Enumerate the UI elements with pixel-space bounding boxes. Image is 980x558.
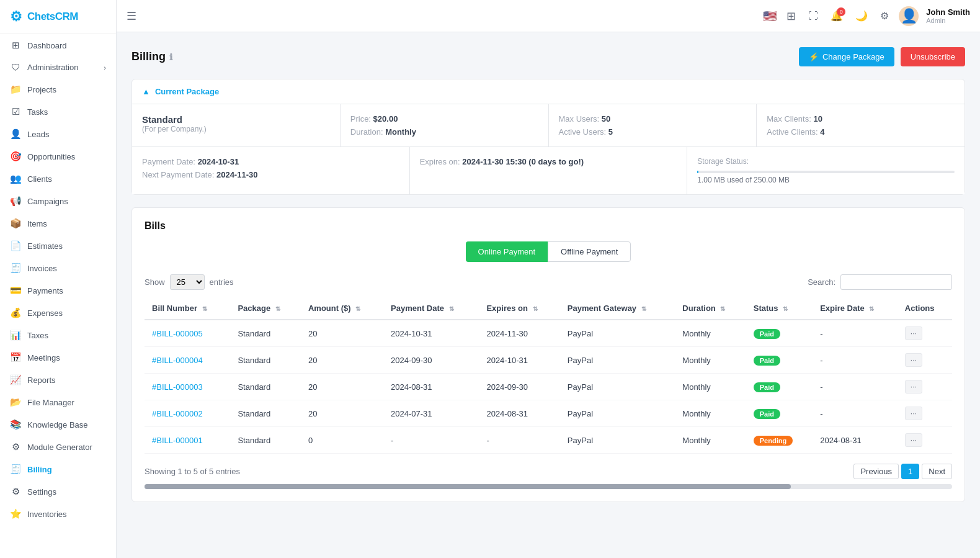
sidebar-item-dashboard[interactable]: ⊞ Dashboard xyxy=(0,34,116,56)
sidebar-icon-clients: 👥 xyxy=(10,173,21,184)
table-header-row: Bill Number ⇅ Package ⇅ Amount ($) ⇅ Pay… xyxy=(145,297,952,320)
bill-number-link[interactable]: #BILL-000005 xyxy=(152,329,203,338)
col-amount[interactable]: Amount ($) ⇅ xyxy=(301,297,383,320)
status-badge: Pending xyxy=(754,436,793,446)
sidebar-label-clients: Clients xyxy=(27,174,52,184)
sidebar-label-estimates: Estimates xyxy=(27,241,63,251)
sidebar-item-meetings[interactable]: 📅 Meetings xyxy=(0,346,116,369)
col-expires-on[interactable]: Expires on ⇅ xyxy=(479,297,559,320)
hamburger-icon[interactable]: ☰ xyxy=(127,9,136,23)
next-button[interactable]: Next xyxy=(922,464,952,479)
sidebar-item-administration[interactable]: 🛡 Administration › xyxy=(0,56,116,78)
settings-icon[interactable]: ⚙ xyxy=(878,7,891,24)
col-package[interactable]: Package ⇅ xyxy=(230,297,301,320)
package-name: Standard xyxy=(142,114,330,125)
sidebar-item-invoices[interactable]: 🧾 Invoices xyxy=(0,257,116,279)
sidebar-icon-inventories: ⭐ xyxy=(10,508,21,520)
sidebar-item-estimates[interactable]: 📄 Estimates xyxy=(0,235,116,257)
status-badge: Paid xyxy=(754,382,780,392)
expires-on-cell: 2024-11-30 xyxy=(479,320,559,347)
sidebar-item-knowledge-base[interactable]: 📚 Knowledge Base xyxy=(0,413,116,436)
sidebar-item-projects[interactable]: 📁 Projects xyxy=(0,78,116,101)
sidebar-item-expenses[interactable]: 💰 Expenses xyxy=(0,302,116,324)
collapse-icon: ▲ xyxy=(142,87,150,96)
info-icon[interactable]: ℹ xyxy=(169,52,172,62)
bill-number-link[interactable]: #BILL-000001 xyxy=(152,436,203,445)
table-scroll: Bill Number ⇅ Package ⇅ Amount ($) ⇅ Pay… xyxy=(145,297,952,454)
sidebar-item-tasks[interactable]: ☑ Tasks xyxy=(0,101,116,123)
notification-icon[interactable]: 🔔 0 xyxy=(828,7,845,24)
sidebar-icon-opportunities: 🎯 xyxy=(10,151,21,162)
header-actions: ⚡ Change Package Unsubscribe xyxy=(799,47,965,66)
action-button[interactable]: ··· xyxy=(905,433,922,447)
status-cell: Paid xyxy=(746,320,813,347)
sidebar-label-billing: Billing xyxy=(27,465,52,474)
col-payment-date[interactable]: Payment Date ⇅ xyxy=(383,297,479,320)
grid-icon[interactable]: ⊞ xyxy=(784,7,798,25)
online-payment-button[interactable]: Online Payment xyxy=(466,241,548,262)
next-payment-value: 2024-11-30 xyxy=(216,170,258,179)
sidebar-item-items[interactable]: 📦 Items xyxy=(0,212,116,235)
current-package-header[interactable]: ▲ Current Package xyxy=(132,79,964,104)
prev-button[interactable]: Previous xyxy=(853,464,899,479)
change-package-icon: ⚡ xyxy=(809,52,819,61)
sidebar: ⚙ ChetsCRM ⊞ Dashboard 🛡 Administration … xyxy=(0,0,117,558)
bill-number-link[interactable]: #BILL-000002 xyxy=(152,409,203,418)
package-cell: Standard xyxy=(230,347,301,374)
sidebar-item-payments[interactable]: 💳 Payments xyxy=(0,279,116,302)
action-button[interactable]: ··· xyxy=(905,326,922,340)
unsubscribe-button[interactable]: Unsubscribe xyxy=(901,47,965,66)
fullscreen-icon[interactable]: ⛶ xyxy=(806,8,821,24)
sidebar-item-taxes[interactable]: 📊 Taxes xyxy=(0,324,116,346)
sidebar-item-leads[interactable]: 👤 Leads xyxy=(0,123,116,145)
sidebar-item-inventories[interactable]: ⭐ Inventories xyxy=(0,503,116,525)
col-duration[interactable]: Duration ⇅ xyxy=(675,297,746,320)
sidebar-item-reports[interactable]: 📈 Reports xyxy=(0,369,116,391)
change-package-button[interactable]: ⚡ Change Package xyxy=(799,47,894,66)
page-1-button[interactable]: 1 xyxy=(901,464,919,479)
sidebar-label-file-manager: File Manager xyxy=(27,398,74,407)
scroll-thumb xyxy=(145,484,791,489)
sidebar-item-campaigns[interactable]: 📢 Campaigns xyxy=(0,190,116,212)
flag-icon[interactable]: 🇺🇸 xyxy=(763,9,777,23)
sidebar-item-clients[interactable]: 👥 Clients xyxy=(0,168,116,190)
sidebar-item-settings[interactable]: ⚙ Settings xyxy=(0,480,116,503)
action-button[interactable]: ··· xyxy=(905,353,922,367)
col-gateway[interactable]: Payment Gateway ⇅ xyxy=(560,297,675,320)
amount-cell: 20 xyxy=(301,320,383,347)
col-bill-number[interactable]: Bill Number ⇅ xyxy=(145,297,230,320)
notification-badge: 0 xyxy=(837,7,845,16)
sidebar-nav: ⊞ Dashboard 🛡 Administration › 📁 Project… xyxy=(0,34,116,525)
col-status[interactable]: Status ⇅ xyxy=(746,297,813,320)
gateway-cell: PayPal xyxy=(560,400,675,427)
active-clients-label: Active Clients: xyxy=(767,127,817,137)
table-footer: Showing 1 to 5 of 5 entries Previous 1 N… xyxy=(145,464,952,479)
sidebar-icon-taxes: 📊 xyxy=(10,330,21,341)
bill-number-link[interactable]: #BILL-000003 xyxy=(152,382,203,392)
offline-payment-button[interactable]: Offline Payment xyxy=(548,241,631,262)
package-cell: Standard xyxy=(230,427,301,454)
active-users-label: Active Users: xyxy=(559,127,607,137)
col-expire-date[interactable]: Expire Date ⇅ xyxy=(813,297,898,320)
sidebar-item-opportunities[interactable]: 🎯 Opportunities xyxy=(0,145,116,168)
horizontal-scrollbar[interactable] xyxy=(145,484,952,489)
sidebar-item-file-manager[interactable]: 📂 File Manager xyxy=(0,391,116,413)
sidebar-item-module-generator[interactable]: ⚙ Module Generator xyxy=(0,436,116,458)
sidebar-item-billing[interactable]: 🧾 Billing xyxy=(0,458,116,480)
expire-date-cell: - xyxy=(813,374,898,400)
expire-date-cell: - xyxy=(813,347,898,374)
action-button[interactable]: ··· xyxy=(905,380,922,394)
duration-cell: Monthly xyxy=(675,374,746,400)
price-cell: Price: $20.00 Duration: Monthly xyxy=(341,104,548,146)
next-payment-label: Next Payment Date: xyxy=(142,170,214,179)
action-button[interactable]: ··· xyxy=(905,407,922,420)
bill-number-link[interactable]: #BILL-000004 xyxy=(152,356,203,365)
moon-icon[interactable]: 🌙 xyxy=(853,7,870,24)
entries-select[interactable]: 25 50 100 xyxy=(170,274,205,290)
sidebar-label-opportunities: Opportunities xyxy=(27,152,75,161)
package-cell: Standard xyxy=(230,374,301,400)
expire-date-cell: - xyxy=(813,320,898,347)
logo-text: ChetsCRM xyxy=(27,11,78,23)
search-input[interactable] xyxy=(840,274,952,290)
storage-cell: Storage Status: 1.00 MB used of 250.00 M… xyxy=(687,147,964,194)
